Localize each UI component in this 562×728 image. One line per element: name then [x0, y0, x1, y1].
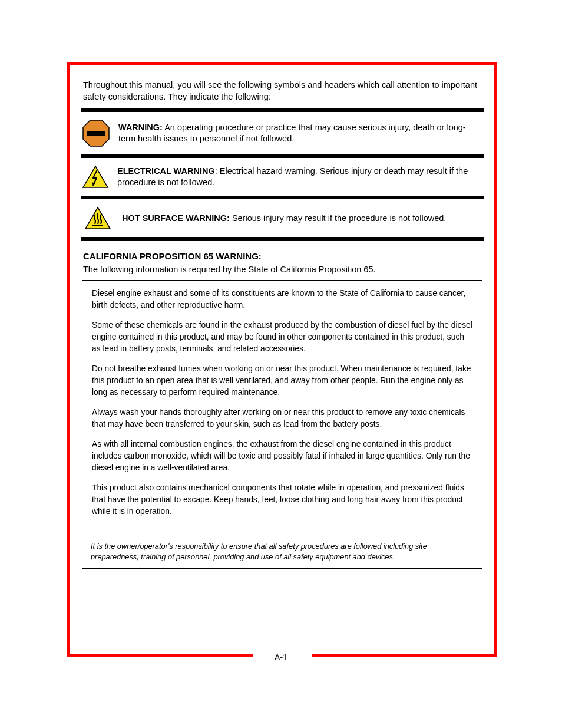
prop65-paragraph: Diesel engine exhaust and some of its co… — [92, 288, 472, 311]
prop65-paragraph: Always wash your hands thoroughly after … — [92, 407, 472, 430]
legend-intro: Throughout this manual, you will see the… — [83, 80, 481, 103]
electrical-warning-icon — [82, 165, 109, 189]
section-subtitle: The following information is required by… — [83, 265, 481, 274]
page-number: A-1 — [275, 653, 287, 662]
rule — [81, 108, 484, 112]
prop65-paragraph: Do not breathe exhaust fumes when workin… — [92, 363, 472, 398]
legend-row: WARNING: An operating procedure or pract… — [81, 117, 484, 150]
rule — [81, 154, 484, 158]
section-title: CALIFORNIA PROPOSITION 65 WARNING: — [83, 251, 481, 261]
prop65-paragraph: This product also contains mechanical co… — [92, 482, 472, 518]
hot-surface-warning-icon — [82, 206, 114, 230]
legend-lead: ELECTRICAL WARNING — [117, 166, 215, 176]
rule — [81, 196, 484, 199]
warning-icon — [82, 119, 110, 147]
legend-text: HOT SURFACE WARNING: Serious injury may … — [122, 213, 446, 224]
legend-row: HOT SURFACE WARNING: Serious injury may … — [81, 204, 484, 232]
prop65-paragraph: As with all internal combustion engines,… — [92, 439, 472, 474]
legend-lead: HOT SURFACE WARNING: — [122, 213, 230, 223]
prop65-paragraph: Some of these chemicals are found in the… — [92, 319, 472, 355]
legend-row: ELECTRICAL WARNING: Electrical hazard wa… — [81, 163, 484, 191]
svg-marker-2 — [83, 166, 108, 187]
legend-text: WARNING: An operating procedure or pract… — [118, 122, 482, 144]
prop65-box: Diesel engine exhaust and some of its co… — [82, 280, 482, 526]
legend-text: ELECTRICAL WARNING: Electrical hazard wa… — [117, 166, 482, 188]
rule — [81, 237, 484, 241]
legend-body: An operating procedure or practice that … — [118, 123, 466, 143]
legend-body: Serious injury may result if the procedu… — [230, 213, 447, 223]
disclaimer-box: It is the owner/operator's responsibilit… — [82, 535, 482, 569]
legend-lead: WARNING: — [118, 123, 163, 132]
svg-rect-1 — [87, 131, 105, 136]
